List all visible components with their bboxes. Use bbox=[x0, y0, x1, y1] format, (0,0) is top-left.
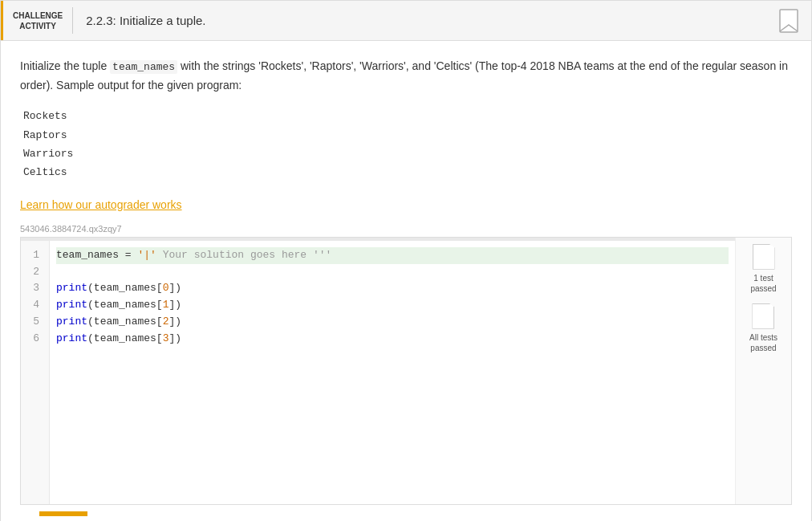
bookmark-icon[interactable] bbox=[779, 9, 798, 33]
code-line-6[interactable]: print(team_names[3]) bbox=[56, 331, 729, 348]
header-title-area: 2.2.3: Initialize a tuple. bbox=[73, 1, 766, 40]
code-line-2[interactable] bbox=[56, 264, 729, 281]
sample-output-line: Warriors bbox=[23, 144, 792, 163]
code-line-empty bbox=[56, 414, 729, 431]
code-line-4[interactable]: print(team_names[1]) bbox=[56, 297, 729, 314]
editor-main: 1 2 3 4 5 6 bbox=[21, 238, 735, 504]
challenge-activity-text: CHALLENGE ACTIVITY bbox=[13, 10, 63, 31]
code-area[interactable]: 1 2 3 4 5 6 bbox=[21, 241, 735, 504]
code-line-empty bbox=[56, 364, 729, 381]
code-line-empty bbox=[56, 481, 729, 498]
page-title: 2.2.3: Initialize a tuple. bbox=[86, 14, 205, 27]
code-line-1[interactable]: team_names = '|' Your solution goes here… bbox=[56, 247, 729, 264]
bottom-bar bbox=[39, 511, 87, 516]
code-line-empty bbox=[56, 348, 729, 364]
code-line-empty bbox=[56, 397, 729, 414]
editor-sidebar: 1 testpassed All testspassed bbox=[735, 238, 791, 504]
code-editor: 1 2 3 4 5 6 bbox=[20, 237, 792, 505]
code-line-3[interactable]: print(team_names[0]) bbox=[56, 280, 729, 297]
test-badge-1-label: 1 testpassed bbox=[750, 273, 776, 294]
code-line-empty bbox=[56, 447, 729, 464]
code-line-empty bbox=[56, 464, 729, 481]
code-content[interactable]: team_names = '|' Your solution goes here… bbox=[50, 241, 735, 504]
challenge-activity-label: CHALLENGE ACTIVITY bbox=[1, 1, 72, 40]
sample-output: Rockets Raptors Warriors Celtics bbox=[20, 107, 792, 182]
test-badge-1-test[interactable]: 1 testpassed bbox=[750, 244, 776, 294]
main-content: Initialize the tuple team_names with the… bbox=[1, 41, 811, 521]
test-icon-1 bbox=[753, 244, 775, 270]
submission-id: 543046.3884724.qx3zqy7 bbox=[20, 224, 792, 234]
autograder-link[interactable]: Learn how our autograder works bbox=[20, 198, 182, 211]
code-line-empty bbox=[56, 431, 729, 448]
sample-output-line: Raptors bbox=[23, 126, 792, 144]
header-bookmark[interactable] bbox=[766, 1, 811, 40]
inline-code-team-names: team_names bbox=[110, 60, 177, 74]
code-line-5[interactable]: print(team_names[2]) bbox=[56, 314, 729, 331]
line-numbers: 1 2 3 4 5 6 bbox=[21, 241, 50, 504]
sample-output-line: Celtics bbox=[23, 163, 792, 181]
description-paragraph: Initialize the tuple team_names with the… bbox=[20, 57, 792, 94]
test-badge-all-label: All testspassed bbox=[749, 332, 777, 353]
header: CHALLENGE ACTIVITY 2.2.3: Initialize a t… bbox=[1, 1, 811, 41]
test-icon-2 bbox=[752, 303, 774, 329]
test-badge-all-tests[interactable]: All testspassed bbox=[749, 303, 777, 353]
code-line-empty bbox=[56, 381, 729, 397]
sample-output-line: Rockets bbox=[23, 107, 792, 125]
